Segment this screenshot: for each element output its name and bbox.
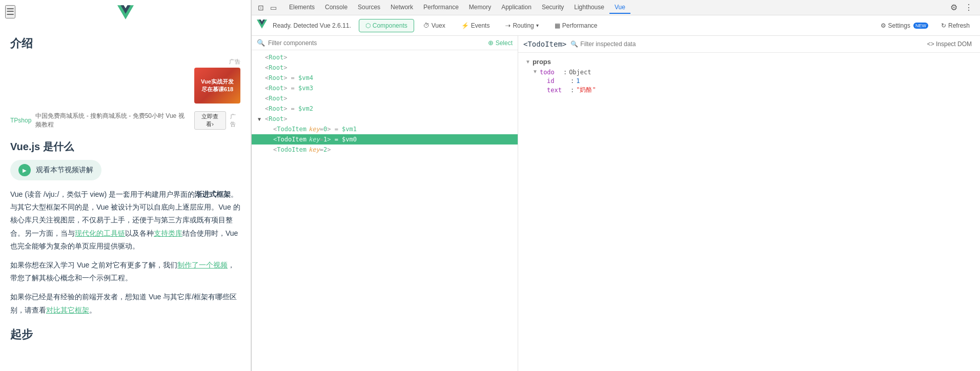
tab-lighthouse[interactable]: Lighthouse [569,2,609,14]
props-label: props [533,58,551,66]
devtools-more-btn[interactable]: ⋮ [962,2,976,13]
id-prop-value: 1 [576,77,580,85]
events-nav-btn[interactable]: ⚡ Events [455,19,497,32]
props-section-header[interactable]: ▼ props [525,58,973,66]
select-button[interactable]: ⊕ Select [488,39,513,47]
props-expand-icon: ▼ [525,59,530,65]
expand-icon [266,127,273,132]
refresh-action-btn[interactable]: ↻ Refresh [936,19,975,32]
expand-icon [258,75,265,81]
vue-detected-text: Ready. Detected Vue 2.6.11. [273,22,351,29]
vue-main-content: 🔍 ⊕ Select <Root> [252,36,980,371]
vue-logo [117,4,134,22]
tab-application[interactable]: Application [496,2,537,14]
expand-icon[interactable]: ▼ [258,116,265,122]
text-prop-row: text : "奶酪" [525,86,973,94]
page-title: 介绍 [10,36,240,51]
body-text-1: Vue (读音 /vjuː/，类似于 view) 是一套用于构建用户界面的渐进式… [10,188,240,253]
tree-item-root4[interactable]: <Root> = $vm3 [252,83,518,93]
tab-performance[interactable]: Performance [418,2,464,14]
inspect-dom-label: <> Inspect DOM [927,40,972,48]
settings-action-icon: ⚙ [881,22,886,29]
todo-prop-row: ▼ todo : Object [525,69,973,76]
tab-console[interactable]: Console [320,2,353,14]
cursor-icon-btn[interactable]: ⊡ [256,3,266,13]
tab-security[interactable]: Security [537,2,569,14]
hamburger-button[interactable]: ☰ [5,5,15,18]
text-prop-key: text [547,87,567,94]
routing-arrow-icon: ▾ [536,23,539,28]
props-section: ▼ props ▼ todo : Object [525,58,973,94]
performance-nav-btn[interactable]: ▦ Performance [548,19,604,32]
tab-memory[interactable]: Memory [464,2,496,14]
vuejs-section-title: Vue.js 是什么 [10,140,240,154]
inspector-search-input[interactable] [580,40,920,48]
search-icon: 🔍 [257,39,265,47]
cursor-select-icon: ⊕ [488,39,494,47]
todo-prop-key: todo [540,69,560,76]
tree-item-root2[interactable]: <Root> [252,63,518,73]
devtools-settings-btn[interactable]: ⚙ [947,2,961,13]
components-nav-btn[interactable]: ⬡ Components [359,19,414,32]
component-tree-panel: 🔍 ⊕ Select <Root> [252,36,518,371]
tree-item-root3[interactable]: <Root> = $vm4 [252,73,518,83]
id-prop-key: id [547,77,567,85]
tree-item-root7[interactable]: ▼ <Root> [252,114,518,124]
components-nav-label: Components [373,22,407,29]
sponsor-ad-label: 广告 [230,113,240,128]
vue-devtools: Ready. Detected Vue 2.6.11. ⬡ Components… [252,15,980,371]
expand-icon [266,147,273,153]
todo-expand-icon[interactable]: ▼ [533,69,538,74]
tree-search-bar: 🔍 ⊕ Select [252,36,518,50]
start-section-title: 起步 [10,327,240,342]
inspector-component-title: <TodoItem> [523,40,566,48]
body-text-3: 如果你已经是有经验的前端开发者，想知道 Vue 与其它库/框架有哪些区别，请查看… [10,291,240,316]
tab-vue[interactable]: Vue [609,2,630,14]
settings-action-label: Settings [888,22,910,29]
devtools-icons: ⊡ ▭ [256,3,279,13]
events-nav-icon: ⚡ [461,22,469,29]
video-button[interactable]: ▶ 观看本节视频讲解 [10,160,101,180]
events-nav-label: Events [471,22,490,29]
todo-prop-type: Object [569,69,591,76]
id-prop-row: id : 1 [525,77,973,85]
tree-item-todo1[interactable]: <TodoItem key=1 > = $vm0 [252,134,518,145]
inspector-header: <TodoItem> 🔍 <> Inspect DOM [518,36,980,53]
tree-item-root6[interactable]: <Root> = $vm2 [252,104,518,114]
inspector-body: ▼ props ▼ todo : Object [518,53,980,371]
inspector-search-icon: 🔍 [570,40,578,48]
settings-action-btn[interactable]: ⚙ Settings NEW [875,19,933,32]
ad-line1: Vue实战开发 [201,78,234,86]
tree-item-todo0[interactable]: <TodoItem key=0 > = $vm1 [252,124,518,134]
video-label: 观看本节视频讲解 [36,166,93,175]
sponsor-btn[interactable]: 立即查看› [194,111,226,130]
tree-item-todo2[interactable]: <TodoItem key=2 > [252,145,518,155]
routing-nav-btn[interactable]: ⇢ Routing ▾ [499,19,545,32]
expand-icon [258,86,265,91]
ad-image[interactable]: Vue实战开发 尽在慕课618 [194,68,240,104]
inspect-dom-button[interactable]: <> Inspect DOM [924,39,975,49]
body-text-2: 如果你想在深入学习 Vue 之前对它有更多了解，我们制作了一个视频，带您了解其核… [10,259,240,284]
tab-elements[interactable]: Elements [284,2,320,14]
vuex-nav-btn[interactable]: ⏱ Vuex [417,19,452,32]
ad-banner: 广告 Vue实战开发 尽在慕课618 [10,59,240,104]
select-label: Select [496,39,513,47]
performance-nav-label: Performance [562,22,598,29]
refresh-action-label: Refresh [948,22,970,29]
tree-item-root1[interactable]: <Root> [252,52,518,63]
sponsor-row: TPshop 中国免费商城系统 - 搜豹商城系统 - 免费50小时 Vue 视频… [10,111,240,130]
device-icon-btn[interactable]: ▭ [268,3,279,13]
expand-icon [258,55,265,60]
tab-network[interactable]: Network [385,2,418,14]
expand-icon [258,65,265,71]
vuex-nav-label: Vuex [432,22,445,29]
tree-search-input[interactable] [268,39,485,47]
components-nav-icon: ⬡ [365,22,371,29]
expand-icon [266,137,273,142]
tab-sources[interactable]: Sources [353,2,385,14]
devtools-tabs: Elements Console Sources Network Perform… [284,2,946,14]
expand-icon [258,106,265,112]
sponsor-link[interactable]: TPshop [10,117,31,124]
refresh-action-icon: ↻ [941,22,946,29]
tree-item-root5[interactable]: <Root> [252,93,518,104]
